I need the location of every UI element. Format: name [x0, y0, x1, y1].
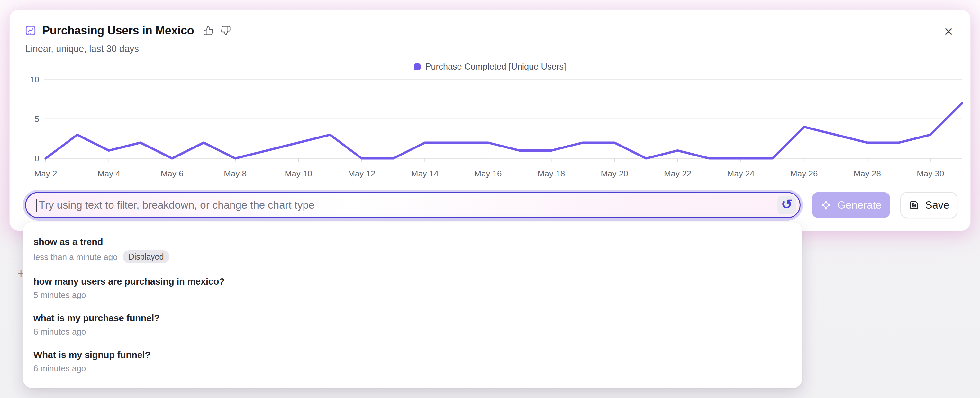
- thumbs-down-icon[interactable]: [220, 25, 231, 36]
- y-tick-label: 5: [35, 114, 39, 124]
- sparkle-icon: [821, 200, 832, 211]
- history-item-query: how many users are purchasing in mexico?: [33, 276, 789, 287]
- x-tick-label: May 18: [538, 169, 565, 178]
- displayed-badge: Displayed: [123, 250, 170, 264]
- legend-swatch: [414, 64, 420, 70]
- divider: [10, 182, 970, 182]
- series-line[interactable]: [46, 103, 962, 159]
- x-tick-label: May 28: [854, 169, 881, 178]
- x-tick-label: May 12: [348, 169, 375, 178]
- line-chart[interactable]: 0510May 2May 4May 6May 8May 10May 12May …: [10, 74, 970, 190]
- x-tick-label: May 14: [411, 169, 439, 178]
- thumbs-up-icon[interactable]: [203, 25, 214, 36]
- x-tick-label: May 22: [664, 169, 691, 178]
- close-icon[interactable]: ×: [940, 22, 958, 41]
- x-tick-label: May 6: [161, 169, 184, 178]
- history-item-query: what is my purchase funnel?: [33, 312, 789, 324]
- history-item-time: 6 minutes ago: [33, 326, 86, 337]
- history-item-time: 5 minutes ago: [33, 290, 86, 300]
- y-tick-label: 10: [30, 75, 39, 85]
- generate-button[interactable]: Generate: [812, 192, 890, 218]
- history-item-time: 6 minutes ago: [33, 363, 86, 374]
- chart-card: Purchasing Users in Mexico Linear, uniqu…: [10, 10, 970, 230]
- ai-prompt-input[interactable]: [26, 193, 800, 217]
- legend-label: Purchase Completed [Unique Users]: [425, 62, 566, 72]
- history-button[interactable]: ↺: [778, 196, 796, 214]
- x-tick-label: May 26: [790, 169, 818, 178]
- x-tick-label: May 30: [917, 169, 944, 178]
- x-tick-label: May 20: [601, 169, 628, 178]
- history-item-query: show as a trend: [33, 236, 789, 248]
- chart-subtitle: Linear, unique, last 30 days: [25, 43, 139, 54]
- history-dropdown: show as a trend less than a minute ago D…: [23, 222, 802, 388]
- x-tick-label: May 2: [34, 169, 57, 178]
- history-item-meta: less than a minute ago Displayed: [33, 250, 789, 264]
- save-button-label: Save: [925, 199, 949, 211]
- generate-button-label: Generate: [837, 199, 881, 211]
- page-title: Purchasing Users in Mexico: [42, 24, 194, 37]
- y-tick-label: 0: [35, 153, 39, 163]
- page-background: + Purchasing Users in Mexico: [0, 0, 980, 398]
- history-item-meta: 6 minutes ago: [33, 326, 789, 337]
- history-item[interactable]: what is my purchase funnel? 6 minutes ag…: [23, 306, 802, 343]
- save-document-icon: [908, 199, 920, 211]
- x-tick-label: May 16: [474, 169, 501, 178]
- history-item[interactable]: show as a trend less than a minute ago D…: [23, 230, 802, 270]
- save-button[interactable]: Save: [900, 192, 958, 218]
- x-tick-label: May 24: [727, 169, 755, 178]
- card-header: Purchasing Users in Mexico: [25, 23, 231, 38]
- history-item[interactable]: What is my signup funnel? 6 minutes ago: [23, 343, 802, 380]
- history-item-meta: 5 minutes ago: [33, 290, 789, 300]
- chart-legend[interactable]: Purchase Completed [Unique Users]: [10, 62, 970, 72]
- x-tick-label: May 8: [224, 169, 247, 178]
- history-item-meta: 6 minutes ago: [33, 363, 789, 374]
- text-caret: [36, 199, 37, 212]
- history-item-time: less than a minute ago: [33, 252, 118, 262]
- history-icon: ↺: [781, 198, 792, 211]
- x-tick-label: May 4: [97, 169, 120, 178]
- ai-prompt-field[interactable]: ↺: [25, 192, 800, 218]
- history-item-query: What is my signup funnel?: [33, 349, 789, 361]
- line-chart-icon: [25, 26, 36, 36]
- x-tick-label: May 10: [285, 169, 312, 178]
- feedback-buttons: [203, 25, 231, 36]
- history-item[interactable]: how many users are purchasing in mexico?…: [23, 270, 802, 306]
